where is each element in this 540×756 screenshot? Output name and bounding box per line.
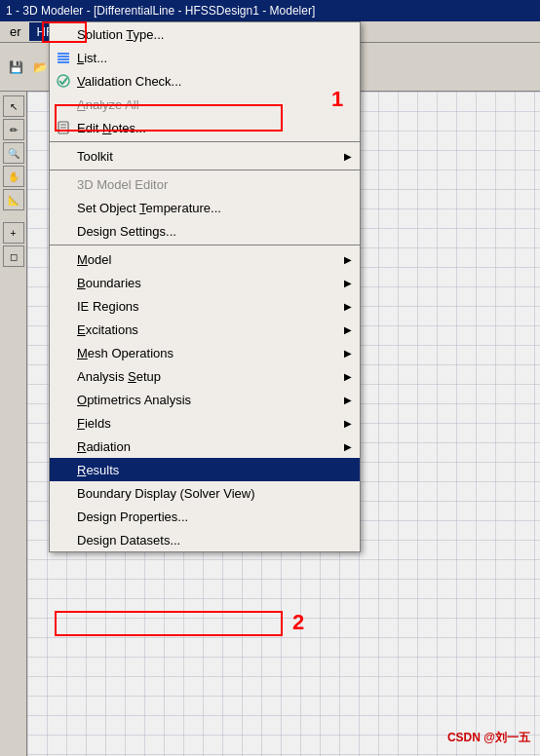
menu-mesh-operations[interactable]: Mesh Operations ▶ xyxy=(50,341,360,364)
menu-boundaries[interactable]: Boundaries ▶ xyxy=(50,271,360,294)
tool-draw[interactable]: ✏ xyxy=(3,119,24,140)
solution-type-label: Solution Type... xyxy=(77,27,164,42)
tool-select[interactable]: ↖ xyxy=(3,95,24,117)
menu-fields[interactable]: Fields ▶ xyxy=(50,411,360,435)
separator-3 xyxy=(50,245,360,246)
analysis-setup-label: Analysis Setup xyxy=(77,369,161,384)
menu-set-object-temp[interactable]: Set Object Temperature... xyxy=(50,196,360,219)
menu-edit-notes[interactable]: Edit Notes... xyxy=(50,116,360,139)
svg-rect-2 xyxy=(58,58,69,60)
watermark: CSDN @刘一五 xyxy=(447,730,530,746)
menu-ie-regions[interactable]: IE Regions ▶ xyxy=(50,294,360,318)
title-bar: 1 - 3D Modeler - [DifferentialLine - HFS… xyxy=(0,0,540,21)
design-datasets-label: Design Datasets... xyxy=(77,533,180,548)
results-label: Results xyxy=(77,463,119,477)
tool-view[interactable]: ◻ xyxy=(3,246,24,267)
model-label: Model xyxy=(77,252,111,267)
menu-item-er[interactable]: er xyxy=(2,22,29,41)
svg-rect-0 xyxy=(58,53,69,55)
fields-label: Fields xyxy=(77,416,111,431)
design-properties-label: Design Properties... xyxy=(77,510,188,524)
notes-icon xyxy=(56,120,71,135)
menu-toolkit[interactable]: Toolkit ▶ xyxy=(50,144,360,168)
design-settings-label: Design Settings... xyxy=(77,224,176,239)
check-icon xyxy=(56,73,71,89)
menu-results[interactable]: Results xyxy=(50,458,360,481)
toolbar-btn-1[interactable]: 💾 xyxy=(4,56,27,79)
tool-measure[interactable]: 📐 xyxy=(3,189,24,210)
boundary-display-label: Boundary Display (Solver View) xyxy=(77,486,255,501)
menu-design-properties[interactable]: Design Properties... xyxy=(50,505,360,528)
model-arrow: ▶ xyxy=(344,254,352,265)
toolkit-label: Toolkit xyxy=(77,149,113,164)
menu-solution-type[interactable]: Solution Type... xyxy=(50,22,360,46)
optimetrics-arrow: ▶ xyxy=(344,395,352,405)
boundaries-arrow: ▶ xyxy=(344,278,352,288)
fields-arrow: ▶ xyxy=(344,418,352,429)
menu-3d-model-editor: 3D Model Editor xyxy=(50,172,360,196)
mesh-operations-label: Mesh Operations xyxy=(77,346,174,360)
annotation-number-2: 2 xyxy=(292,610,304,635)
ie-regions-arrow: ▶ xyxy=(344,301,352,312)
excitations-label: Excitations xyxy=(77,322,138,337)
list-label: List... xyxy=(77,51,107,65)
menu-optimetrics[interactable]: Optimetrics Analysis ▶ xyxy=(50,388,360,411)
hfss-dropdown-menu[interactable]: Solution Type... List... Validation Chec… xyxy=(49,21,361,552)
ie-regions-label: IE Regions xyxy=(77,299,139,314)
optimetrics-label: Optimetrics Analysis xyxy=(77,393,191,407)
mesh-operations-arrow: ▶ xyxy=(344,348,352,359)
title-text: 1 - 3D Modeler - [DifferentialLine - HFS… xyxy=(6,4,315,18)
set-object-temp-label: Set Object Temperature... xyxy=(77,201,221,215)
radiation-arrow: ▶ xyxy=(344,441,352,452)
separator-2 xyxy=(50,170,360,170)
menu-analysis-setup[interactable]: Analysis Setup ▶ xyxy=(50,364,360,388)
edit-notes-label: Edit Notes... xyxy=(77,121,146,135)
left-toolbar: ↖ ✏ 🔍 ✋ 📐 + ◻ xyxy=(0,92,27,756)
menu-analyze-all: Analyze All xyxy=(50,93,360,116)
menu-list[interactable]: List... xyxy=(50,46,360,69)
3d-model-editor-label: 3D Model Editor xyxy=(77,177,168,192)
menu-excitations[interactable]: Excitations ▶ xyxy=(50,318,360,341)
analysis-setup-arrow: ▶ xyxy=(344,371,352,382)
validation-check-label: Validation Check... xyxy=(77,74,181,89)
menu-design-datasets[interactable]: Design Datasets... xyxy=(50,528,360,551)
svg-rect-3 xyxy=(58,61,69,63)
excitations-arrow: ▶ xyxy=(344,324,352,335)
analyze-all-label: Analyze All xyxy=(77,97,139,112)
radiation-label: Radiation xyxy=(77,439,131,454)
separator-1 xyxy=(50,141,360,142)
menu-validation-check[interactable]: Validation Check... xyxy=(50,69,360,93)
tool-pan[interactable]: ✋ xyxy=(3,166,24,187)
list-icon xyxy=(56,50,71,65)
toolkit-arrow: ▶ xyxy=(344,151,352,162)
annotation-number-1: 1 xyxy=(331,87,343,112)
menu-radiation[interactable]: Radiation ▶ xyxy=(50,435,360,458)
boundaries-label: Boundaries xyxy=(77,276,141,290)
menu-design-settings[interactable]: Design Settings... xyxy=(50,219,360,243)
menu-model[interactable]: Model ▶ xyxy=(50,247,360,271)
tool-zoom[interactable]: 🔍 xyxy=(3,142,24,164)
svg-rect-1 xyxy=(58,56,69,57)
menu-boundary-display[interactable]: Boundary Display (Solver View) xyxy=(50,481,360,505)
tool-axis[interactable]: + xyxy=(3,222,24,244)
